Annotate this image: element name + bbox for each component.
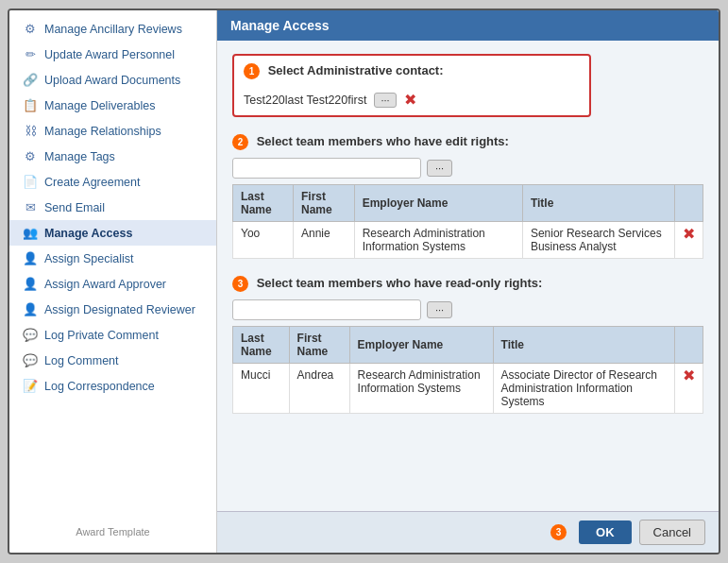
col-last-name: Last Name <box>233 327 290 364</box>
col-employer-name: Employer Name <box>349 327 493 364</box>
section1-label: Select Administrative contact: <box>268 63 444 77</box>
remove-readonly-right-button[interactable]: ✖ <box>683 368 695 384</box>
contact-remove-button[interactable]: ✖ <box>404 93 416 108</box>
edit-rights-search-button[interactable]: ··· <box>427 160 452 177</box>
cell-title: Associate Director of Research Administr… <box>493 364 674 414</box>
link-icon: 🔗 <box>23 73 38 87</box>
user-icon: 👤 <box>23 277 38 291</box>
sidebar-item-label: Manage Deliverables <box>44 99 155 112</box>
sidebar-item-upload-award-documents[interactable]: 🔗 Upload Award Documents <box>9 67 216 93</box>
section2-badge: 2 <box>232 134 248 150</box>
col-first-name: First Name <box>289 327 349 364</box>
table-row: Yoo Annie Research Administration Inform… <box>233 222 703 259</box>
panel-body: 1 Select Administrative contact: Test220… <box>217 41 719 511</box>
panel-header: Manage Access <box>217 10 719 41</box>
admin-contact-box: 1 Select Administrative contact: Test220… <box>232 54 591 117</box>
sidebar-item-assign-designated-reviewer[interactable]: 👤 Assign Designated Reviewer <box>9 297 216 322</box>
sidebar-item-label: Assign Award Approver <box>44 278 166 291</box>
readonly-search-input[interactable] <box>232 299 421 320</box>
cell-first-name: Andrea <box>289 364 349 414</box>
sidebar-item-label: Log Comment <box>44 354 119 367</box>
table-row: Mucci Andrea Research Administration Inf… <box>233 364 703 414</box>
main-content: Manage Access 1 Select Administrative co… <box>217 10 719 553</box>
sidebar-item-label: Log Private Comment <box>44 329 159 342</box>
section-edit-rights: 2 Select team members who have edit righ… <box>232 134 703 259</box>
col-employer-name: Employer Name <box>354 185 522 222</box>
chat-icon: 💬 <box>23 353 38 367</box>
section-admin-contact: 1 Select Administrative contact: Test220… <box>232 54 703 117</box>
sidebar-item-label: Manage Tags <box>44 150 115 163</box>
edit-rights-table: Last Name First Name Employer Name Title… <box>232 184 703 259</box>
sidebar-item-assign-specialist[interactable]: 👤 Assign Specialist <box>9 246 216 271</box>
section2-label: Select team members who have edit rights… <box>257 134 509 148</box>
pencil-document-icon: 📝 <box>23 379 38 393</box>
sidebar-item-log-private-comment[interactable]: 💬 Log Private Comment <box>9 322 216 348</box>
section3-label: Select team members who have read-only r… <box>257 276 543 290</box>
col-title: Title <box>522 185 674 222</box>
sidebar-item-label: Log Correspondence <box>44 380 155 393</box>
chain-icon: ⛓ <box>23 124 38 138</box>
chat-icon: 💬 <box>23 328 38 342</box>
cell-first-name: Annie <box>294 222 355 259</box>
contact-search-button[interactable]: ··· <box>374 93 396 108</box>
section3-title: 3 Select team members who have read-only… <box>232 276 703 292</box>
sidebar-item-log-comment[interactable]: 💬 Log Comment <box>9 348 216 373</box>
readonly-search-row: ··· <box>232 299 703 320</box>
sidebar-item-label: Update Award Personnel <box>44 48 175 61</box>
sidebar-item-update-award-personnel[interactable]: ✏ Update Award Personnel <box>9 42 216 67</box>
mail-icon: ✉ <box>23 200 38 214</box>
cell-remove: ✖ <box>674 364 703 414</box>
sidebar-item-manage-ancillary-reviews[interactable]: ⚙ Manage Ancillary Reviews <box>9 16 216 42</box>
readonly-rights-table: Last Name First Name Employer Name Title… <box>232 326 703 414</box>
cell-title: Senior Research Services Business Analys… <box>522 222 674 259</box>
edit-rights-header-row: Last Name First Name Employer Name Title <box>233 185 703 222</box>
contact-row: Test220last Test220first ··· ✖ <box>244 93 580 108</box>
clipboard-icon: 📋 <box>23 98 38 112</box>
cell-last-name: Mucci <box>233 364 290 414</box>
cancel-button[interactable]: Cancel <box>639 520 705 545</box>
sidebar-item-manage-deliverables[interactable]: 📋 Manage Deliverables <box>9 93 216 118</box>
col-last-name: Last Name <box>233 185 294 222</box>
sidebar-item-manage-access[interactable]: 👥 Manage Access <box>9 220 216 246</box>
edit-rights-search-row: ··· <box>232 158 703 179</box>
sidebar-item-label: Assign Specialist <box>44 252 134 265</box>
remove-edit-right-button[interactable]: ✖ <box>683 227 695 242</box>
cell-last-name: Yoo <box>233 222 294 259</box>
sidebar-item-log-correspondence[interactable]: 📝 Log Correspondence <box>9 373 216 399</box>
section-readonly-rights: 3 Select team members who have read-only… <box>232 276 703 414</box>
sidebar-item-label: Manage Access <box>44 227 132 240</box>
users-icon: 👥 <box>23 226 38 240</box>
edit-rights-search-input[interactable] <box>232 158 421 179</box>
section2-title: 2 Select team members who have edit righ… <box>232 134 703 150</box>
sidebar-item-send-email[interactable]: ✉ Send Email <box>9 195 216 220</box>
sidebar-item-manage-tags[interactable]: ⚙ Manage Tags <box>9 144 216 169</box>
sidebar-item-assign-award-approver[interactable]: 👤 Assign Award Approver <box>9 271 216 297</box>
readonly-header-row: Last Name First Name Employer Name Title <box>233 327 703 364</box>
sidebar-item-label: Assign Designated Reviewer <box>44 303 195 316</box>
cell-employer: Research Administration Information Syst… <box>349 364 493 414</box>
ok-button[interactable]: OK <box>579 520 632 544</box>
app-window: ⚙ Manage Ancillary Reviews ✏ Update Awar… <box>8 9 720 554</box>
col-action <box>674 185 703 222</box>
cell-employer: Research Administration Information Syst… <box>354 222 522 259</box>
sidebar-item-label: Manage Ancillary Reviews <box>44 23 182 36</box>
gear-icon: ⚙ <box>23 22 38 36</box>
user-icon: 👤 <box>23 302 38 316</box>
panel-footer: 3 OK Cancel <box>217 511 719 553</box>
cell-remove: ✖ <box>674 222 703 259</box>
contact-name: Test220last Test220first <box>244 94 366 107</box>
col-first-name: First Name <box>294 185 355 222</box>
col-action <box>674 327 703 364</box>
readonly-search-button[interactable]: ··· <box>427 301 452 318</box>
sidebar-item-create-agreement[interactable]: 📄 Create Agreement <box>9 169 216 195</box>
sidebar-item-label: Upload Award Documents <box>44 74 180 87</box>
section3-badge: 3 <box>232 276 248 292</box>
sidebar-item-manage-relationships[interactable]: ⛓ Manage Relationships <box>9 118 216 144</box>
sidebar: ⚙ Manage Ancillary Reviews ✏ Update Awar… <box>9 10 217 553</box>
sidebar-item-label: Send Email <box>44 201 105 214</box>
panel-title: Manage Access <box>230 18 330 33</box>
sidebar-item-label: Manage Relationships <box>44 125 161 138</box>
document-icon: 📄 <box>23 175 38 189</box>
section1-title: 1 Select Administrative contact: <box>244 63 580 79</box>
footer-badge: 3 <box>550 524 567 540</box>
